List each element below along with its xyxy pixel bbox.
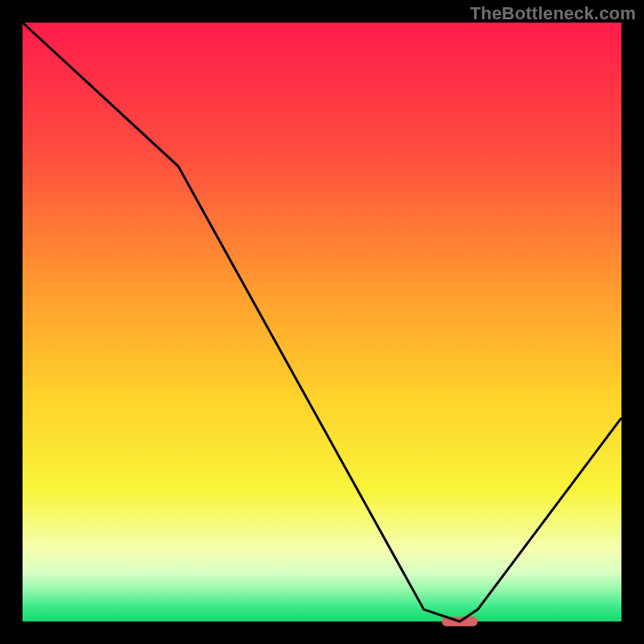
plot-background bbox=[23, 23, 621, 621]
watermark-label: TheBottleneck.com bbox=[470, 3, 636, 24]
bottleneck-chart bbox=[0, 0, 644, 644]
chart-frame: TheBottleneck.com bbox=[0, 0, 644, 644]
